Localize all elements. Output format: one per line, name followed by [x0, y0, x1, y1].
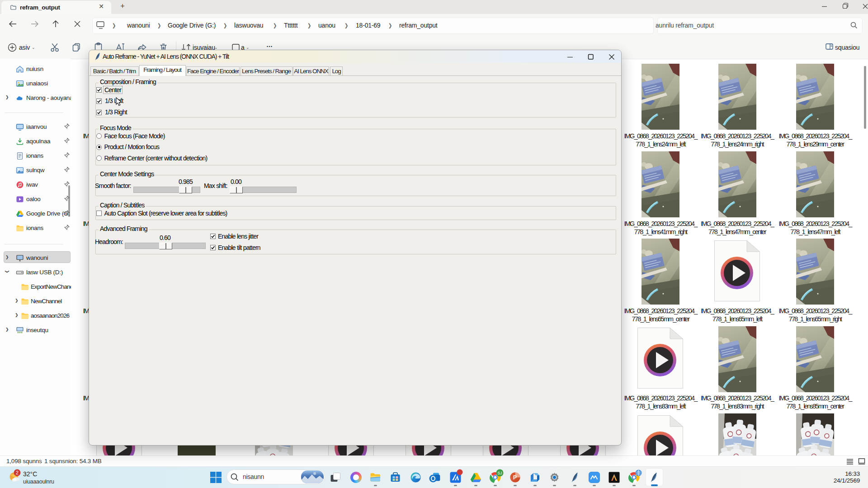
svg-text:2: 2 [16, 470, 19, 475]
svg-text:SJ: SJ [498, 471, 502, 475]
svg-text:P: P [513, 474, 517, 481]
